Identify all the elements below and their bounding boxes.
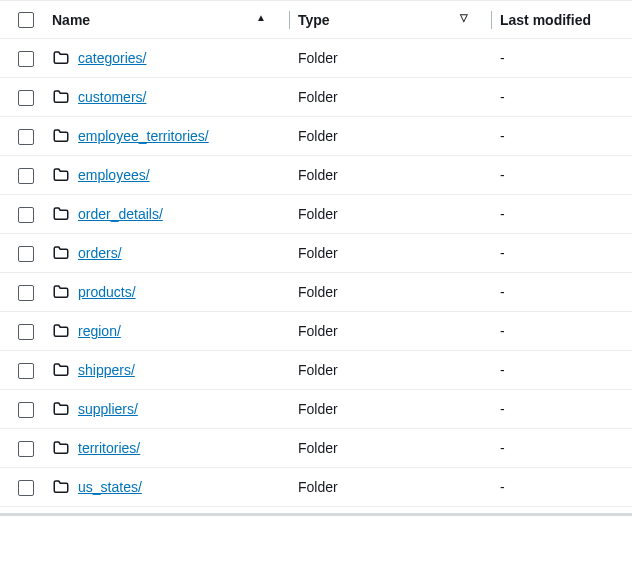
table-row: employees/Folder- (0, 156, 632, 195)
type-cell: Folder (290, 78, 492, 117)
folder-link[interactable]: suppliers/ (78, 401, 138, 417)
row-checkbox[interactable] (18, 246, 34, 262)
last-modified-cell: - (492, 429, 632, 468)
type-cell: Folder (290, 195, 492, 234)
type-cell: Folder (290, 39, 492, 78)
last-modified-cell: - (492, 117, 632, 156)
table-row: order_details/Folder- (0, 195, 632, 234)
folder-link[interactable]: shippers/ (78, 362, 135, 378)
type-cell: Folder (290, 429, 492, 468)
column-label-last-modified: Last modified (500, 12, 591, 28)
last-modified-cell: - (492, 390, 632, 429)
last-modified-cell: - (492, 351, 632, 390)
column-header-name[interactable]: Name ▲ (52, 1, 290, 39)
table-row: customers/Folder- (0, 78, 632, 117)
table-row: territories/Folder- (0, 429, 632, 468)
type-cell: Folder (290, 156, 492, 195)
last-modified-cell: - (492, 273, 632, 312)
folder-link[interactable]: orders/ (78, 245, 122, 261)
folder-icon (52, 361, 70, 379)
type-cell: Folder (290, 234, 492, 273)
last-modified-cell: - (492, 156, 632, 195)
type-cell: Folder (290, 390, 492, 429)
last-modified-cell: - (492, 39, 632, 78)
row-checkbox[interactable] (18, 129, 34, 145)
column-header-last-modified[interactable]: Last modified (492, 1, 632, 39)
folder-icon (52, 49, 70, 67)
row-checkbox[interactable] (18, 51, 34, 67)
table-row: suppliers/Folder- (0, 390, 632, 429)
folder-link[interactable]: order_details/ (78, 206, 163, 222)
table-row: employee_territories/Folder- (0, 117, 632, 156)
sort-asc-icon: ▲ (256, 12, 266, 23)
last-modified-cell: - (492, 234, 632, 273)
column-label-name: Name (52, 12, 90, 28)
table-row: products/Folder- (0, 273, 632, 312)
folder-link[interactable]: region/ (78, 323, 121, 339)
row-checkbox[interactable] (18, 480, 34, 496)
table-footer-line (0, 513, 632, 516)
folder-icon (52, 478, 70, 496)
folder-icon (52, 322, 70, 340)
table-row: orders/Folder- (0, 234, 632, 273)
folder-icon (52, 127, 70, 145)
column-header-type[interactable]: Type ▽ (290, 1, 492, 39)
row-checkbox[interactable] (18, 207, 34, 223)
folder-link[interactable]: products/ (78, 284, 136, 300)
row-checkbox[interactable] (18, 402, 34, 418)
folder-link[interactable]: territories/ (78, 440, 140, 456)
type-cell: Folder (290, 117, 492, 156)
row-checkbox[interactable] (18, 285, 34, 301)
last-modified-cell: - (492, 468, 632, 507)
row-checkbox[interactable] (18, 441, 34, 457)
select-all-checkbox[interactable] (18, 12, 34, 28)
table-row: shippers/Folder- (0, 351, 632, 390)
last-modified-cell: - (492, 195, 632, 234)
folder-link[interactable]: employee_territories/ (78, 128, 209, 144)
last-modified-cell: - (492, 312, 632, 351)
last-modified-cell: - (492, 78, 632, 117)
type-cell: Folder (290, 273, 492, 312)
folder-icon (52, 283, 70, 301)
folder-icon (52, 400, 70, 418)
row-checkbox[interactable] (18, 363, 34, 379)
folder-link[interactable]: employees/ (78, 167, 150, 183)
folder-link[interactable]: customers/ (78, 89, 146, 105)
folder-link[interactable]: categories/ (78, 50, 146, 66)
filter-icon: ▽ (460, 12, 468, 23)
row-checkbox[interactable] (18, 90, 34, 106)
folder-link[interactable]: us_states/ (78, 479, 142, 495)
object-table: Name ▲ Type ▽ Last modified categories/F… (0, 0, 632, 507)
type-cell: Folder (290, 351, 492, 390)
folder-icon (52, 244, 70, 262)
type-cell: Folder (290, 468, 492, 507)
type-cell: Folder (290, 312, 492, 351)
table-row: categories/Folder- (0, 39, 632, 78)
folder-icon (52, 205, 70, 223)
folder-icon (52, 88, 70, 106)
row-checkbox[interactable] (18, 324, 34, 340)
row-checkbox[interactable] (18, 168, 34, 184)
folder-icon (52, 439, 70, 457)
column-label-type: Type (298, 12, 330, 28)
table-row: us_states/Folder- (0, 468, 632, 507)
table-row: region/Folder- (0, 312, 632, 351)
folder-icon (52, 166, 70, 184)
